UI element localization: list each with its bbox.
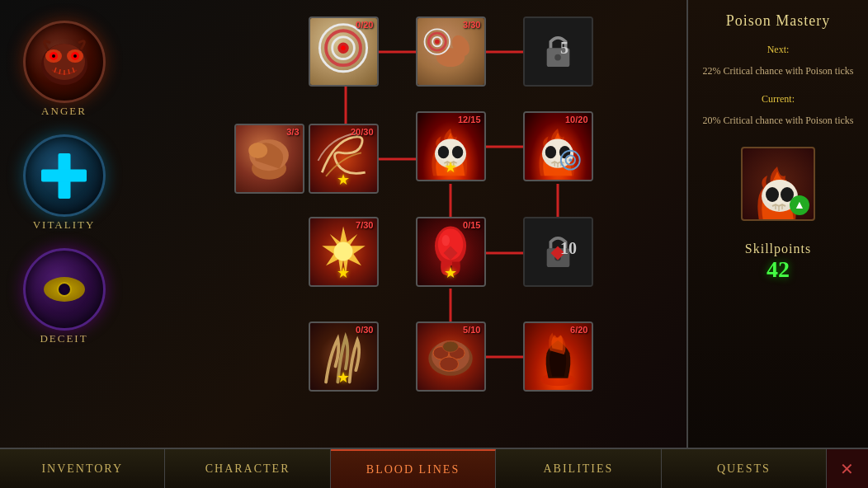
- blood-star: ★: [444, 264, 457, 282]
- muscle-label: 5/10: [463, 325, 480, 335]
- game-area: Anger Vitality Deceit: [0, 0, 868, 448]
- nav-bloodlines[interactable]: Blood Lines: [331, 449, 496, 488]
- svg-point-67: [766, 187, 779, 202]
- svg-rect-21: [443, 246, 457, 260]
- flameskull1-label: 12/15: [458, 115, 481, 124]
- nav-inventory[interactable]: Inventory: [0, 449, 165, 488]
- nav-abilities[interactable]: Abilities: [496, 449, 661, 488]
- flameskull1-star: ★: [444, 158, 457, 176]
- deceit-orb[interactable]: [23, 248, 106, 331]
- blood-label: 0/15: [463, 220, 480, 230]
- locked2-num: 10: [560, 239, 577, 258]
- anger-label: Anger: [41, 105, 87, 118]
- wind-label: 20/30: [351, 127, 374, 137]
- vitality-label: Vitality: [33, 218, 96, 232]
- panel-current-label: Current:: [762, 92, 795, 106]
- shadow-label: 6/20: [570, 325, 587, 335]
- left-sidebar: Anger Vitality Deceit: [0, 0, 128, 448]
- skill-grid: 0/20 3/30: [234, 12, 581, 433]
- starburst-star: ★: [337, 264, 350, 282]
- panel-current-desc: 20% Critical chance with Poison ticks: [703, 113, 854, 128]
- deceit-eye: [44, 277, 85, 302]
- starburst-label: 7/30: [356, 220, 373, 230]
- nav-quests[interactable]: Quests: [662, 449, 827, 488]
- archery2-label: 3/30: [463, 20, 480, 30]
- claw-star: ★: [337, 368, 350, 387]
- panel-next-desc: 22% Critical chance with Poison ticks: [703, 63, 854, 78]
- deceit-pupil: [57, 282, 72, 297]
- skill-tree: 0/20 3/30: [128, 0, 686, 448]
- skillpoints-label: Skillpoints: [745, 242, 811, 256]
- strength-label: 3/3: [286, 127, 299, 137]
- panel-next-label: Next:: [767, 42, 790, 57]
- nav-close[interactable]: ✕: [827, 449, 868, 488]
- vitality-cross: [41, 153, 87, 199]
- wind-star: ★: [337, 171, 350, 189]
- svg-point-7: [73, 54, 77, 58]
- archery1-label: 0/20: [356, 20, 373, 30]
- nav-character[interactable]: Character: [165, 449, 330, 488]
- skill-preview-inner: ▲: [743, 148, 814, 219]
- locked1-num: 5: [560, 39, 568, 58]
- flameskull2-label: 10/20: [565, 115, 588, 124]
- skill-preview[interactable]: ▲: [741, 147, 815, 221]
- claw-label: 0/30: [356, 325, 373, 335]
- anger-orb[interactable]: [23, 21, 106, 103]
- deceit-label: Deceit: [40, 332, 87, 345]
- up-arrow[interactable]: ▲: [790, 195, 809, 215]
- connectors-svg: [234, 12, 581, 433]
- bottom-nav: Inventory Character Blood Lines Abilitie…: [0, 448, 868, 488]
- panel-title: Poison Mastery: [726, 12, 831, 30]
- skillpoints-value: 42: [767, 256, 790, 283]
- svg-point-6: [52, 54, 55, 58]
- right-panel: Poison Mastery Next: 22% Critical chance…: [686, 0, 868, 448]
- vitality-orb[interactable]: [23, 134, 106, 217]
